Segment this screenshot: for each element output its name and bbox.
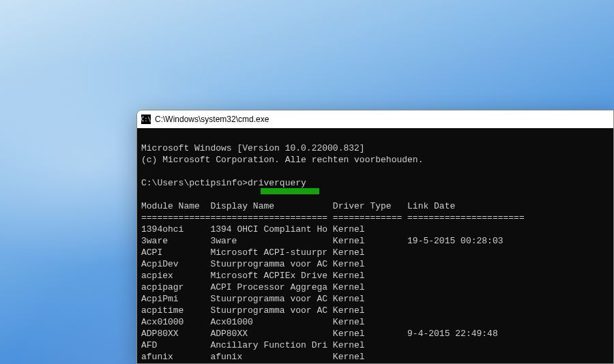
prompt: C:\Users\pctipsinfo> (141, 178, 248, 188)
cmd-window: C:\ C:\Windows\system32\cmd.exe Microsof… (136, 110, 614, 364)
highlight-marker (261, 188, 319, 194)
console-output[interactable]: Microsoft Windows [Version 10.0.22000.83… (137, 128, 613, 363)
table-header: Module Name Display Name Driver Type Lin… (141, 201, 455, 211)
copyright-line: (c) Microsoft Corporation. Alle rechten … (141, 155, 423, 165)
version-line: Microsoft Windows [Version 10.0.22000.83… (141, 143, 365, 153)
window-title: C:\Windows\system32\cmd.exe (155, 115, 269, 124)
table-rows: 1394ohci 1394 OHCI Compliant Ho Kernel 3… (141, 224, 503, 363)
table-separator: =================================== ====… (141, 213, 525, 223)
command-text: driverquery (248, 178, 306, 188)
cmd-icon: C:\ (141, 115, 151, 124)
titlebar[interactable]: C:\ C:\Windows\system32\cmd.exe (137, 110, 613, 128)
